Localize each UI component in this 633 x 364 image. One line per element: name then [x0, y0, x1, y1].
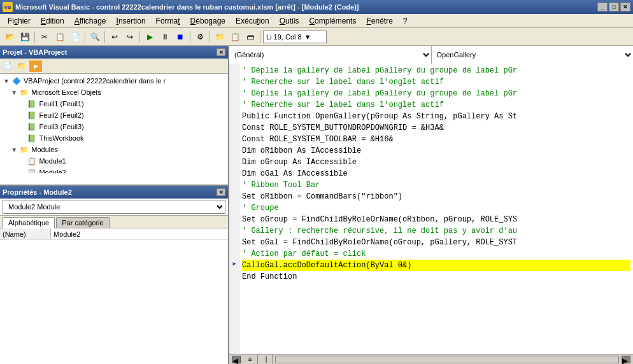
- tb-design-btn[interactable]: ⚙: [193, 30, 207, 44]
- code-content[interactable]: ' Déplie la gallery de label pGallery du…: [239, 64, 633, 354]
- scroll-right-btn[interactable]: ▶: [622, 356, 630, 363]
- project-tree[interactable]: ▼ 🔷 VBAProject (control 22222calendrier …: [0, 74, 228, 173]
- code-text: Const ROLE_SYSTEM_BUTTONDROPDOWNGRID = &…: [242, 122, 444, 134]
- tb-run-btn[interactable]: ▶: [143, 30, 157, 44]
- tb-redo-btn[interactable]: ↪: [123, 30, 137, 44]
- keyword-call: Call: [242, 260, 260, 271]
- position-text: Li 19, Col 8: [266, 33, 302, 41]
- code-line[interactable]: ' Recherche sur le label dans l'onglet a…: [242, 76, 630, 88]
- execution-arrow: ➤: [232, 260, 236, 269]
- comment-text: ' Déplie la gallery de label pGallery du…: [242, 65, 517, 76]
- code-line[interactable]: Const ROLE_SYSTEM_BUTTONDROPDOWNGRID = &…: [242, 122, 630, 134]
- menu-complements[interactable]: Compléments: [304, 15, 361, 27]
- line-indicator-item: [229, 167, 239, 178]
- code-line[interactable]: Set oRibbon = CommandBars("ribbon"): [242, 191, 630, 202]
- menu-debogage[interactable]: Débogage: [185, 15, 231, 27]
- position-indicator: Li 19, Col 8 ▼: [263, 31, 327, 43]
- code-combo-right[interactable]: OpenGallery: [432, 46, 634, 64]
- code-line[interactable]: Public Function OpenGallery(pGroup As St…: [242, 111, 630, 122]
- code-line[interactable]: ' Gallery : recherche récursive, il ne d…: [242, 225, 630, 237]
- menu-affichage[interactable]: Affichage: [69, 15, 111, 27]
- tab-par-categorie[interactable]: Par catégorie: [56, 217, 109, 228]
- code-line[interactable]: ' Groupe: [242, 202, 630, 214]
- code-line[interactable]: End Function: [242, 271, 630, 283]
- minimize-button[interactable]: _: [597, 3, 608, 11]
- horizontal-scrollbar[interactable]: [275, 356, 619, 363]
- position-dropdown-icon[interactable]: ▼: [304, 33, 311, 41]
- ptb-btn3[interactable]: ▶: [29, 60, 42, 72]
- tb-cut-btn[interactable]: ✂: [38, 30, 52, 44]
- maximize-button[interactable]: □: [609, 3, 619, 11]
- code-combo-left[interactable]: (Général): [229, 46, 432, 64]
- tb-sep6: [210, 31, 210, 43]
- tb-pause-btn[interactable]: ⏸: [158, 30, 172, 44]
- menu-help[interactable]: ?: [398, 15, 413, 27]
- code-line[interactable]: ' Déplie la gallery de label pGallery du…: [242, 65, 630, 76]
- tb-sep5: [190, 31, 190, 43]
- tab-alphabetique[interactable]: Alphabétique: [3, 217, 55, 228]
- tree-item[interactable]: ▼ 📁 Modules: [1, 144, 227, 155]
- code-line[interactable]: Dim oGroup As IAccessible: [242, 157, 630, 168]
- code-line[interactable]: ' Ribbon Tool Bar: [242, 179, 630, 191]
- menu-format[interactable]: Format: [151, 15, 185, 27]
- tree-item[interactable]: 📋 Module1: [1, 155, 227, 167]
- properties-tabs: Alphabétique Par catégorie: [0, 216, 228, 228]
- code-line[interactable]: Call oGal.accDoDefaultAction(ByVal 0&): [242, 260, 630, 271]
- tb-undo-btn[interactable]: ↩: [108, 30, 122, 44]
- menu-insertion[interactable]: Insertion: [111, 15, 151, 27]
- line-indicator-item: [229, 155, 239, 167]
- close-button[interactable]: ✕: [620, 3, 630, 11]
- tree-item[interactable]: ▼ 📁 Microsoft Excel Objets: [1, 87, 227, 98]
- tb-ob-btn[interactable]: 🗃: [243, 30, 257, 44]
- tb-prj-btn[interactable]: 📁: [213, 30, 227, 44]
- code-line[interactable]: ' Déplie la gallery de label pGallery du…: [242, 88, 630, 99]
- code-text: Dim oRibbon As IAccessible: [242, 145, 361, 157]
- tree-item[interactable]: 📗 Feuil2 (Feuil2): [1, 109, 227, 121]
- code-line[interactable]: Set oGroup = FindChildByRoleOrName(oRibb…: [242, 214, 630, 225]
- tb-sep2: [85, 31, 85, 43]
- code-line[interactable]: Set oGal = FindChildByRoleOrName(oGroup,…: [242, 237, 630, 248]
- project-panel-title: Projet - VBAProject: [3, 48, 67, 56]
- tree-item[interactable]: 📗 ThisWorkbook: [1, 132, 227, 144]
- tree-item[interactable]: 📗 Feuil3 (Feuil3): [1, 121, 227, 132]
- properties-combo[interactable]: Module2 Module: [3, 200, 225, 214]
- tb-props-btn[interactable]: 📋: [228, 30, 242, 44]
- comment-text: ' Recherche sur le label dans l'onglet a…: [242, 76, 444, 88]
- code-line[interactable]: Dim oGal As IAccessible: [242, 168, 630, 179]
- tb-open-btn[interactable]: 📂: [3, 30, 17, 44]
- bottom-tab-code[interactable]: ≡: [243, 354, 258, 365]
- tb-copy-btn[interactable]: 📋: [53, 30, 67, 44]
- tree-item[interactable]: ▼ 🔷 VBAProject (control 22222calendrier …: [1, 75, 227, 87]
- scroll-left-btn[interactable]: ◀: [232, 356, 241, 363]
- comment-text: ' Ribbon Tool Bar: [242, 179, 320, 191]
- props-val[interactable]: Module2: [51, 230, 228, 238]
- menu-edition[interactable]: Edition: [36, 15, 69, 27]
- properties-grid: (Name) Module2: [0, 228, 228, 364]
- line-indicator-item: ➤: [229, 258, 239, 270]
- code-text: Set oGal = FindChildByRoleOrName(oGroup,…: [242, 237, 517, 248]
- code-line[interactable]: Dim oRibbon As IAccessible: [242, 145, 630, 157]
- menu-fichier[interactable]: Fichier: [3, 15, 36, 27]
- left-panel: Projet - VBAProject ✕ 📄 📁 ▶ ▼ 🔷 VBAProje…: [0, 46, 229, 364]
- project-panel-close[interactable]: ✕: [217, 48, 225, 56]
- tree-item[interactable]: 📗 Feuil1 (Feuil1): [1, 98, 227, 109]
- tb-save-btn[interactable]: 💾: [18, 30, 32, 44]
- ptb-btn2[interactable]: 📁: [15, 60, 28, 72]
- ptb-btn1[interactable]: 📄: [1, 60, 14, 72]
- tb-find-btn[interactable]: 🔍: [88, 30, 102, 44]
- code-line[interactable]: Const ROLE_SYSTEM_TOOLBAR = &H16&: [242, 134, 630, 145]
- props-key: (Name): [0, 228, 51, 239]
- code-text: Dim oGal As IAccessible: [242, 168, 348, 179]
- properties-panel-close[interactable]: ✕: [217, 188, 225, 196]
- menu-fenetre[interactable]: Fenêtre: [361, 15, 397, 27]
- code-text: Set oRibbon = CommandBars("ribbon"): [242, 191, 402, 202]
- menu-outils[interactable]: Outils: [274, 15, 304, 27]
- menu-execution[interactable]: Exécution: [231, 15, 274, 27]
- code-area[interactable]: ➤ ' Déplie la gallery de label pGallery …: [229, 64, 633, 354]
- code-line[interactable]: ' Action par défaut = click: [242, 248, 630, 260]
- bottom-tab-form[interactable]: |: [260, 354, 273, 365]
- tb-paste-btn[interactable]: 📄: [68, 30, 82, 44]
- tree-item[interactable]: 📋 Module2: [1, 167, 227, 173]
- code-line[interactable]: ' Recherche sur le label dans l'onglet a…: [242, 99, 630, 111]
- tb-stop-btn[interactable]: ⏹: [173, 30, 187, 44]
